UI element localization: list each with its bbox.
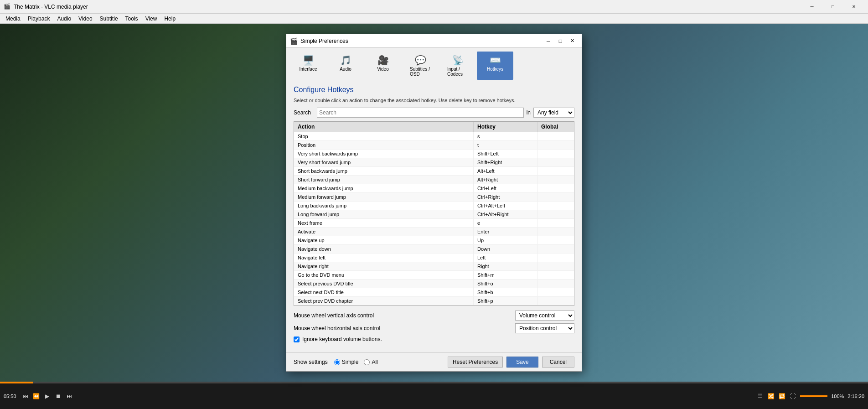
mouse-wheel-horizontal-dropdown[interactable]: Position control Volume control No actio… xyxy=(515,323,574,333)
ignore-keyboard-volume-checkbox[interactable] xyxy=(294,337,300,342)
table-row[interactable]: Long forward jumpCtrl+Alt+Right xyxy=(294,210,574,219)
save-button[interactable]: Save xyxy=(506,357,538,368)
hotkey-cell: Ctrl+Alt+Right xyxy=(474,210,537,218)
prev-button[interactable]: ⏮ xyxy=(21,392,30,401)
hotkey-cell: Ctrl+Alt+Left xyxy=(474,202,537,210)
action-cell: Go to the DVD menu xyxy=(294,271,474,279)
menu-audio[interactable]: Audio xyxy=(53,15,75,23)
table-row[interactable]: Select previous DVD titleShift+o xyxy=(294,280,574,288)
menu-tools[interactable]: Tools xyxy=(122,15,142,23)
table-row[interactable]: Select prev DVD chapterShift+p xyxy=(294,297,574,305)
all-radio[interactable] xyxy=(364,359,370,365)
maximize-button[interactable]: □ xyxy=(822,0,843,14)
table-row[interactable]: Navigate leftLeft xyxy=(294,254,574,262)
search-label: Search xyxy=(294,109,314,116)
close-button[interactable]: ✕ xyxy=(843,0,864,14)
table-row[interactable]: Positiont xyxy=(294,141,574,150)
simple-radio[interactable] xyxy=(334,359,340,365)
reset-preferences-button[interactable]: Reset Preferences xyxy=(448,357,503,368)
menu-media[interactable]: Media xyxy=(2,15,24,23)
table-row[interactable]: Next framee xyxy=(294,219,574,228)
menu-help[interactable]: Help xyxy=(160,15,179,23)
volume-label: 100% xyxy=(831,393,844,399)
ignore-keyboard-volume-row: Ignore keyboard volume buttons. xyxy=(294,336,574,342)
action-cell: Next frame xyxy=(294,219,474,227)
rewind-button[interactable]: ⏪ xyxy=(32,392,41,401)
search-row: Search in Any field Action Hotkey Global xyxy=(294,108,574,118)
menu-video[interactable]: Video xyxy=(75,15,96,23)
tab-video[interactable]: 🎥 Video xyxy=(365,52,401,80)
table-row[interactable]: Go to the DVD menuShift+m xyxy=(294,271,574,280)
stop-button[interactable]: ⏹ xyxy=(54,392,63,401)
next-button[interactable]: ⏭ xyxy=(65,392,74,401)
video-tab-icon: 🎥 xyxy=(377,55,389,66)
hotkeys-table[interactable]: Action Hotkey Global StopsPositiontVery … xyxy=(294,121,574,306)
table-row[interactable]: Navigate downDown xyxy=(294,245,574,254)
subtitles-tab-icon: 💬 xyxy=(415,55,426,66)
action-cell: Navigate right xyxy=(294,262,474,270)
action-cell: Navigate left xyxy=(294,254,474,262)
tab-subtitles[interactable]: 💬 Subtitles / OSD xyxy=(402,52,439,80)
table-row[interactable]: ActivateEnter xyxy=(294,228,574,236)
mouse-wheel-vertical-dropdown[interactable]: Volume control Position control No actio… xyxy=(515,311,574,321)
tab-interface-label: Interface xyxy=(300,67,317,72)
hotkey-cell: Alt+Right xyxy=(474,176,537,184)
header-action: Action xyxy=(294,122,474,132)
table-row[interactable]: Medium forward jumpCtrl+Right xyxy=(294,193,574,202)
table-row[interactable]: Medium backwards jumpCtrl+Left xyxy=(294,184,574,193)
dialog-maximize-button[interactable]: □ xyxy=(554,36,566,46)
fullscreen-button[interactable]: ⛶ xyxy=(788,392,797,401)
ignore-keyboard-volume-label: Ignore keyboard volume buttons. xyxy=(302,336,382,342)
minimize-button[interactable]: ─ xyxy=(801,0,822,14)
hotkey-cell: Up xyxy=(474,236,537,244)
dialog-close-button[interactable]: ✕ xyxy=(566,36,578,46)
tab-audio[interactable]: 🎵 Audio xyxy=(327,52,364,80)
all-radio-label: All xyxy=(364,359,377,365)
progress-fill xyxy=(0,382,33,383)
action-cell: Select prev DVD chapter xyxy=(294,297,474,305)
table-row[interactable]: Short forward jumpAlt+Right xyxy=(294,176,574,184)
play-button[interactable]: ▶ xyxy=(43,392,52,401)
table-row[interactable]: Very short backwards jumpShift+Left xyxy=(294,150,574,158)
table-row[interactable]: Navigate upUp xyxy=(294,236,574,245)
playlist-button[interactable]: ☰ xyxy=(755,392,765,401)
global-cell xyxy=(537,132,574,140)
global-cell xyxy=(537,184,574,192)
tab-input-label: Input / Codecs xyxy=(447,67,468,77)
menu-view[interactable]: View xyxy=(142,15,161,23)
audio-tab-icon: 🎵 xyxy=(340,55,351,66)
progress-bar[interactable] xyxy=(0,382,868,383)
table-row[interactable]: Stops xyxy=(294,132,574,141)
interface-tab-icon: 🖥️ xyxy=(303,55,314,66)
table-body: StopsPositiontVery short backwards jumpS… xyxy=(294,132,574,305)
repeat-button[interactable]: 🔁 xyxy=(777,392,786,401)
tab-interface[interactable]: 🖥️ Interface xyxy=(290,52,326,80)
cancel-button[interactable]: Cancel xyxy=(542,357,574,368)
table-row[interactable]: Select next DVD titleShift+b xyxy=(294,288,574,297)
tab-hotkeys[interactable]: ⌨️ Hotkeys xyxy=(477,52,513,80)
menu-playback[interactable]: Playback xyxy=(24,15,54,23)
shuffle-button[interactable]: 🔀 xyxy=(766,392,775,401)
table-row[interactable]: Long backwards jumpCtrl+Alt+Left xyxy=(294,202,574,210)
hotkey-cell: Shift+Right xyxy=(474,158,537,166)
tab-input[interactable]: 📡 Input / Codecs xyxy=(439,52,476,80)
table-row[interactable]: Navigate rightRight xyxy=(294,262,574,271)
search-input[interactable] xyxy=(317,108,524,118)
dialog-description: Select or double click an action to chan… xyxy=(294,98,574,103)
volume-bar[interactable] xyxy=(800,395,827,397)
table-row[interactable]: Very short forward jumpShift+Right xyxy=(294,158,574,167)
hotkey-cell: Left xyxy=(474,254,537,262)
search-field-dropdown[interactable]: Any field Action Hotkey Global xyxy=(533,108,574,118)
action-cell: Short forward jump xyxy=(294,176,474,184)
action-cell: Navigate up xyxy=(294,236,474,244)
header-global: Global xyxy=(537,122,574,132)
simple-radio-label: Simple xyxy=(334,359,359,365)
simple-preferences-dialog: 🎬 Simple Preferences ─ □ ✕ 🖥️ Interface … xyxy=(286,34,582,372)
table-row[interactable]: Short backwards jumpAlt+Left xyxy=(294,167,574,176)
hotkey-cell: Ctrl+Left xyxy=(474,184,537,192)
menu-subtitle[interactable]: Subtitle xyxy=(96,15,122,23)
global-cell xyxy=(537,150,574,158)
dialog-minimize-button[interactable]: ─ xyxy=(542,36,554,46)
hotkey-cell: Shift+o xyxy=(474,280,537,288)
all-label: All xyxy=(372,359,377,365)
